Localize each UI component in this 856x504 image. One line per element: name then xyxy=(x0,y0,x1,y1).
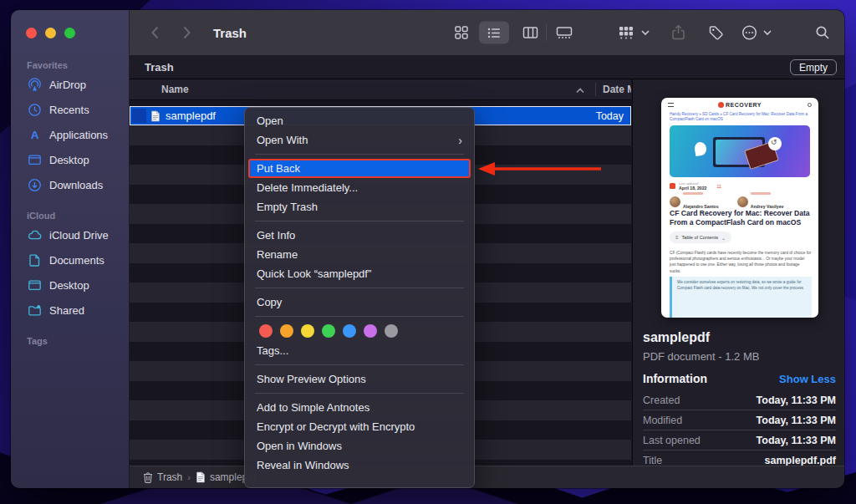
sidebar-item-documents[interactable]: Documents xyxy=(11,247,129,272)
menu-item-label: Encrypt or Decrypt with Encrypto xyxy=(257,420,415,433)
sidebar-item-shared[interactable]: Shared xyxy=(11,298,129,323)
views-count: 11 xyxy=(716,184,721,189)
file-name: samplepdf xyxy=(166,109,216,122)
row-indent-block xyxy=(132,109,146,123)
thumb-search-icon xyxy=(808,103,812,107)
tag-color-dot[interactable] xyxy=(343,324,356,338)
menu-item-open-in-windows[interactable]: Open in Windows xyxy=(245,436,474,456)
sidebar-item-desktop[interactable]: Desktop xyxy=(11,147,129,172)
menu-item-tags[interactable]: Tags... xyxy=(245,341,474,360)
menu-item-label: Show Preview Options xyxy=(257,373,366,385)
sidebar-item-applications[interactable]: AApplications xyxy=(11,122,129,147)
empty-trash-button[interactable]: Empty xyxy=(790,59,837,75)
detail-label: Title xyxy=(643,455,662,466)
menu-item-empty-trash[interactable]: Empty Trash xyxy=(245,197,474,216)
menu-item-open[interactable]: Open xyxy=(245,111,474,130)
column-view-button[interactable] xyxy=(522,25,538,40)
context-menu: OpenOpen With›Put BackDelete Immediately… xyxy=(244,107,475,488)
sidebar-item-label: Shared xyxy=(49,304,84,317)
tag-button[interactable] xyxy=(708,25,724,41)
thumb-breadcrumb: Handy Recovery » SD Cards » CF Card Reco… xyxy=(670,112,810,122)
more-options-button[interactable] xyxy=(741,25,757,41)
sidebar-item-desktop[interactable]: Desktop xyxy=(11,272,129,298)
icon-view-button[interactable] xyxy=(454,25,469,40)
minimize-button[interactable] xyxy=(45,28,56,38)
menu-separator xyxy=(255,393,464,394)
sidebar-item-label: AirDrop xyxy=(49,79,86,91)
zoom-button[interactable] xyxy=(64,28,75,38)
tag-color-dot[interactable] xyxy=(259,324,273,338)
sidebar: FavoritesAirDropRecentsAApplicationsDesk… xyxy=(11,10,130,488)
logo-dot-icon xyxy=(718,102,724,108)
path-item-label: Trash xyxy=(157,471,182,483)
column-divider[interactable] xyxy=(595,83,596,96)
menu-item-reveal-in-windows[interactable]: Reveal in Windows xyxy=(245,456,474,475)
detail-value: samplepdf.pdf xyxy=(765,455,836,466)
sidebar-section-label: Favorites xyxy=(11,59,129,72)
pdf-file-icon xyxy=(150,110,160,122)
menu-item-open-with[interactable]: Open With› xyxy=(245,130,474,150)
svg-text:A: A xyxy=(30,129,38,141)
toolbar-divider xyxy=(546,24,547,41)
search-button[interactable] xyxy=(815,25,830,40)
tag-color-dot[interactable] xyxy=(385,324,398,338)
back-button[interactable] xyxy=(150,26,160,40)
tag-color-dot[interactable] xyxy=(364,324,377,338)
show-less-link[interactable]: Show Less xyxy=(779,373,836,385)
menu-item-put-back[interactable]: Put Back xyxy=(248,159,471,178)
detail-label: Created xyxy=(643,395,680,406)
toc-list-icon: ≡ xyxy=(675,235,679,240)
sidebar-section-icloud: iCloudiCloud DriveDocumentsDesktopShared xyxy=(11,209,129,323)
path-bar: Trash›samplepdf xyxy=(130,466,844,488)
gallery-view-button[interactable] xyxy=(556,25,573,40)
sidebar-section-favorites: FavoritesAirDropRecentsAApplicationsDesk… xyxy=(11,59,129,197)
menu-separator xyxy=(255,364,464,365)
menu-item-quick-look-samplepdf[interactable]: Quick Look “samplepdf” xyxy=(245,264,474,283)
menu-item-label: Open xyxy=(257,115,283,127)
detail-label: Modified xyxy=(643,415,682,426)
tag-color-dot[interactable] xyxy=(322,324,335,338)
file-date-modified: Today xyxy=(596,110,624,122)
menu-item-add-to-simple-antnotes[interactable]: Add to Simple Antnotes xyxy=(245,398,474,417)
author-avatar xyxy=(670,196,680,207)
detail-row-modified: ModifiedToday, 11:33 PM xyxy=(643,410,836,430)
menu-item-delete-immediately[interactable]: Delete Immediately... xyxy=(245,178,474,197)
detail-row-title: Titlesamplepdf.pdf xyxy=(643,451,836,466)
clock-icon xyxy=(27,102,42,117)
sidebar-item-label: Recents xyxy=(49,104,89,116)
calendar-icon xyxy=(670,183,675,189)
thumb-quote-block: We consider ourselves experts on restori… xyxy=(670,277,812,318)
menu-item-rename[interactable]: Rename xyxy=(245,245,474,264)
pdf-thumbnail[interactable]: RECOVERY Handy Recovery » SD Cards » CF … xyxy=(661,98,818,318)
list-view-button[interactable] xyxy=(479,22,509,44)
sidebar-item-airdrop[interactable]: AirDrop xyxy=(11,72,129,97)
menu-item-encrypt-or-decrypt-with-encrypto[interactable]: Encrypt or Decrypt with Encrypto xyxy=(245,417,474,436)
close-button[interactable] xyxy=(26,28,37,38)
menu-item-label: Tags... xyxy=(257,344,288,357)
forward-button[interactable] xyxy=(181,26,192,40)
menu-item-copy[interactable]: Copy xyxy=(245,293,474,312)
tag-color-dot[interactable] xyxy=(280,324,293,338)
desktop: FavoritesAirDropRecentsAApplicationsDesk… xyxy=(0,0,856,504)
sidebar-item-icloud-drive[interactable]: iCloud Drive xyxy=(11,222,129,247)
trash-icon xyxy=(143,471,153,483)
sidebar-item-label: Downloads xyxy=(49,179,103,191)
sidebar-item-recents[interactable]: Recents xyxy=(11,97,129,122)
column-name[interactable]: Name xyxy=(161,84,189,95)
hamburger-icon xyxy=(668,103,674,107)
window-title: Trash xyxy=(213,26,247,40)
sidebar-item-downloads[interactable]: Downloads xyxy=(11,172,129,197)
menu-item-label: Open in Windows xyxy=(257,440,342,452)
menu-item-label: Add to Simple Antnotes xyxy=(257,401,369,414)
share-button[interactable] xyxy=(671,25,685,41)
group-by-button[interactable] xyxy=(618,25,634,40)
column-date-modified[interactable]: Date M xyxy=(603,84,631,95)
submenu-chevron-icon: › xyxy=(458,135,462,146)
menu-item-show-preview-options[interactable]: Show Preview Options xyxy=(245,369,474,389)
tag-color-dot[interactable] xyxy=(301,324,314,338)
detail-value: Today, 11:33 PM xyxy=(757,415,836,426)
menu-item-get-info[interactable]: Get Info xyxy=(245,226,474,245)
menu-separator xyxy=(255,221,464,221)
path-item-trash[interactable]: Trash xyxy=(143,471,182,483)
annotation-arrow xyxy=(463,159,605,179)
